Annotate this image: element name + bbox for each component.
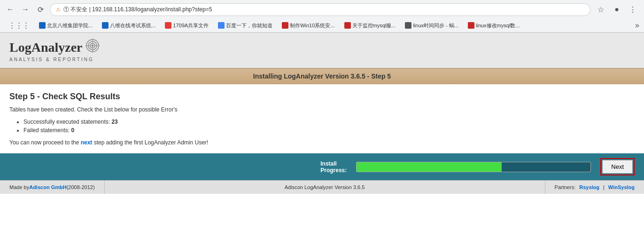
forward-button[interactable]: → [20,4,31,15]
step-header-bar: Installing LogAnalyzer Version 3.6.5 - S… [0,68,644,84]
site-footer: Made by Adiscon GmbH (2008-2012) Adiscon… [0,180,644,194]
logo-area: LogAnalyzer ANALYSIS & REPORTING [9,39,635,62]
bookmarks-more-button[interactable]: » [635,21,639,30]
address-bar[interactable]: ⚠ ① 不安全 | 192.168.116.138/loganalyzer/in… [50,3,590,16]
bookmark-icon-1 [39,22,46,29]
logo-subtitle: ANALYSIS & REPORTING [9,57,635,62]
toolbar-actions: ☆ ● ⋮ [594,3,639,16]
site-header: LogAnalyzer ANALYSIS & REPORTING [0,33,644,68]
bookmark-icon-5 [282,22,288,29]
page-wrapper: LogAnalyzer ANALYSIS & REPORTING In [0,33,644,194]
progress-fill [357,162,502,172]
bookmark-3[interactable]: 1709A共享文件 [161,21,212,31]
next-step-link[interactable]: next [81,139,93,146]
progress-bar-section: Install Progress: Next [0,153,644,180]
logo-title: LogAnalyzer [9,39,635,56]
bookmark-8[interactable]: linux修改mysql数... [464,21,524,31]
bookmark-5[interactable]: 制作Win10系统安... [278,21,338,31]
bookmark-icon-4 [218,22,225,29]
bookmark-icon-6 [344,22,351,29]
bookmark-icon-3 [165,22,171,29]
refresh-button[interactable]: ⟳ [35,4,46,15]
progress-track [356,162,591,172]
step-title: Step 5 - Check SQL Results [9,92,635,102]
next-button-highlight: Next [600,158,635,175]
target-logo-icon [85,39,100,56]
profile-button[interactable]: ● [610,3,623,16]
url-text: ① 不安全 | 192.168.116.138/loganalyzer/inst… [63,6,212,14]
intro-text: Tables have been created. Check the List… [9,106,635,113]
adiscon-link[interactable]: Adiscon GmbH [29,184,66,190]
back-button[interactable]: ← [5,4,16,15]
next-button[interactable]: Next [602,160,633,174]
main-content: Installing LogAnalyzer Version 3.6.5 - S… [0,68,644,180]
bookmark-4[interactable]: 百度一下，你就知道 [214,21,276,31]
browser-chrome: ← → ⟳ ⚠ ① 不安全 | 192.168.116.138/loganaly… [0,0,644,33]
footer-partners: Partners: Rsyslog | WinSyslog [545,181,644,194]
rsyslog-link[interactable]: Rsyslog [579,184,599,190]
bookmark-6[interactable]: 关于监控mysql服... [341,21,400,31]
more-options-button[interactable]: ⋮ [626,3,639,16]
browser-toolbar: ← → ⟳ ⚠ ① 不安全 | 192.168.116.138/loganaly… [0,0,644,19]
stat-item-1: Successfully executed statements: 23 [23,119,635,125]
bookmark-7[interactable]: linux时间同步 - 蜗... [401,21,462,31]
progress-label: Install Progress: [320,160,347,174]
content-body: Step 5 - Check SQL Results Tables have b… [0,84,644,153]
results-list: Successfully executed statements: 23 Fai… [23,119,635,134]
bookmark-icon-7 [405,22,411,29]
bookmark-icon-2 [102,22,109,29]
stat-item-2: Failed statements: 0 [23,127,635,134]
proceed-text: You can now proceed to the next step add… [9,139,635,146]
bookmark-2[interactable]: 八维在线考试系统... [98,21,159,31]
footer-left: Made by Adiscon GmbH (2008-2012) [0,181,105,194]
apps-button[interactable]: ⋮⋮⋮ [5,20,33,31]
bookmark-icon-8 [468,22,474,29]
bookmark-star-button[interactable]: ☆ [594,3,607,16]
security-icon: ⚠ [56,7,61,13]
footer-center: Adiscon LogAnalyzer Version 3.6.5 [105,181,545,194]
winsyslog-link[interactable]: WinSyslog [608,184,635,190]
bookmark-1[interactable]: 北京八维集团学院... [35,21,96,31]
bookmarks-bar: ⋮⋮⋮ 北京八维集团学院... 八维在线考试系统... 1709A共享文件 百度… [0,19,644,32]
